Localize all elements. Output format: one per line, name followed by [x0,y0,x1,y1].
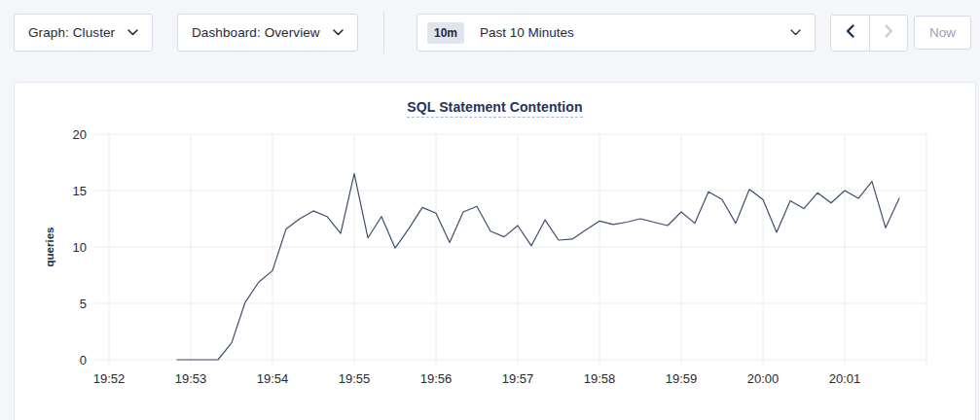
series-line [177,174,899,360]
x-tick-label: 19:56 [420,371,453,386]
y-tick-label: 10 [73,240,87,255]
chevron-right-icon [885,24,893,42]
x-tick-label: 19:54 [257,371,289,386]
chevron-down-icon [790,29,801,36]
time-range-badge: 10m [427,22,464,44]
dashboard-dropdown[interactable]: Dashboard: Overview [177,14,358,52]
grid-lines [93,134,926,365]
time-range-dropdown[interactable]: 10m Past 10 Minutes [417,14,816,52]
x-tick-label: 19:58 [584,371,616,386]
y-axis-label: queries [44,228,55,267]
dashboard-dropdown-label: Dashboard: Overview [192,25,320,40]
time-prev-button[interactable] [831,16,869,51]
now-button[interactable]: Now [914,16,971,50]
y-tick-label: 0 [80,353,87,368]
graph-dropdown[interactable]: Graph: Cluster [14,14,153,52]
time-range-label: Past 10 Minutes [480,25,780,40]
chart-panel: SQL Statement Contention 0510152019:5219… [14,82,976,420]
line-chart: 0510152019:5219:5319:5419:5519:5619:5719… [15,83,975,420]
toolbar-divider [383,12,384,53]
x-tick-label: 19:52 [93,371,126,386]
time-nav-group [830,15,908,52]
y-tick-label: 20 [73,127,87,142]
x-tick-label: 19:55 [339,371,371,386]
x-tick-label: 19:53 [175,371,207,386]
x-tick-label: 19:59 [666,371,698,386]
time-next-button[interactable] [869,16,907,51]
x-tick-label: 20:00 [747,371,780,386]
now-button-label: Now [929,25,956,40]
y-tick-label: 15 [73,184,87,198]
chevron-down-icon [127,29,138,36]
chevron-down-icon [333,29,344,36]
y-tick-label: 5 [80,297,87,311]
graph-dropdown-label: Graph: Cluster [28,25,115,40]
x-tick-label: 19:57 [502,371,534,386]
chevron-left-icon [846,24,854,42]
x-tick-label: 20:01 [829,371,861,386]
